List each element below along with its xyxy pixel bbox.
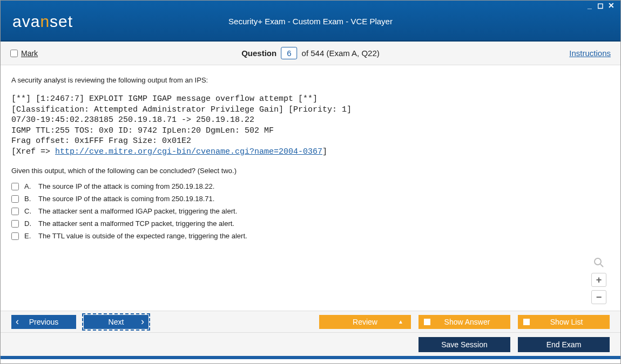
choice-text: The attacker sent a malformed TCP packet… [38,219,234,228]
show-list-checkbox[interactable] [523,319,530,325]
choice-letter: A. [24,182,33,190]
question-prompt-1: A security analyst is reviewing the foll… [11,76,610,84]
end-exam-button[interactable]: End Exam [518,337,610,352]
zoom-out-button[interactable]: − [591,290,606,304]
choice-a[interactable]: A. The source IP of the attack is coming… [11,182,610,190]
show-list-label: Show List [545,318,583,326]
choice-text: The attacker sent a malformed IGAP packe… [38,207,237,215]
question-of-text: of 544 (Exam A, Q22) [302,49,380,58]
choice-text: The source IP of the attack is coming fr… [38,195,214,203]
choice-letter: C. [24,207,33,215]
choice-letter: B. [24,195,33,203]
choice-d[interactable]: D. The attacker sent a malformed TCP pac… [11,219,610,228]
zoom-controls: + − [591,256,606,304]
instructions-link[interactable]: Instructions [569,49,611,58]
magnify-icon[interactable] [591,256,606,270]
choice-letter: D. [24,219,33,228]
show-list-button[interactable]: Show List [518,315,610,329]
ips-line-pre: [Xref => [11,147,55,156]
close-icon[interactable]: ✕ [606,2,616,9]
title-bar: avanset Security+ Exam - Custom Exam - V… [1,1,620,42]
question-info: Question 6 of 544 (Exam A, Q22) [241,47,380,59]
question-word: Question [241,49,276,58]
choice-letter: E. [24,232,33,240]
ips-line: [Classification: Attempted Administrator… [11,105,352,114]
choice-e[interactable]: E. The TTL value is outside of the expec… [11,232,610,240]
save-session-button[interactable]: Save Session [418,337,510,352]
mark-checkbox[interactable] [10,50,18,57]
question-content: A security analyst is reviewing the foll… [1,65,620,311]
svg-line-1 [600,264,603,267]
show-answer-checkbox[interactable] [424,319,430,325]
question-prompt-2: Given this output, which of the followin… [11,167,610,175]
logo-text-pre: ava [12,12,40,30]
window-controls: _ ◻ ✕ [585,2,616,9]
logo-text-mid: n [40,12,50,30]
cve-link[interactable]: http://cve.mitre.org/cgi-bin/cvename.cgi… [55,147,322,156]
choice-c[interactable]: C. The attacker sent a malformed IGAP pa… [11,207,610,215]
minimize-icon[interactable]: _ [585,2,595,9]
ips-output: [**] [1:2467:7] EXPLOIT IGMP IGAP messag… [11,94,610,157]
choice-b[interactable]: B. The source IP of the attack is coming… [11,195,610,203]
choice-checkbox[interactable] [11,220,19,228]
review-label: Review [353,318,377,326]
choice-checkbox[interactable] [11,208,19,215]
choice-checkbox[interactable] [11,183,19,190]
maximize-icon[interactable]: ◻ [596,2,605,9]
show-answer-button[interactable]: Show Answer [418,315,510,329]
answer-choices: A. The source IP of the attack is coming… [11,182,610,240]
ips-line: Frag offset: 0x1FFF Frag Size: 0x01E2 [11,136,191,146]
ips-line: 07/30-19:45:02.238185 250.19.18.71 -> 25… [11,115,254,125]
ips-line: [**] [1:2467:7] EXPLOIT IGMP IGAP messag… [11,94,318,104]
footer-accent [1,356,620,359]
choice-text: The source IP of the attack is coming fr… [38,182,214,190]
next-label: Next [109,318,124,326]
logo-text-post: set [50,12,73,30]
question-number-box[interactable]: 6 [281,47,297,59]
window-title: Security+ Exam - Custom Exam - VCE Playe… [1,1,620,26]
show-answer-label: Show Answer [439,318,490,326]
choice-checkbox[interactable] [11,232,19,240]
ips-line-post: ] [322,147,327,156]
next-button[interactable]: Next [84,315,148,329]
bottom-bar: Save Session End Exam [1,332,620,356]
nav-bar: Previous Next Review Show Answer Show Li… [1,311,620,332]
app-logo: avanset [12,12,73,31]
info-bar: Mark Question 6 of 544 (Exam A, Q22) Ins… [1,42,620,65]
ips-line: IGMP TTL:255 TOS: 0x0 ID: 9742 IpLen:20 … [11,126,274,135]
svg-point-0 [595,258,601,265]
choice-text: The TTL value is outside of the expected… [38,232,247,240]
previous-button[interactable]: Previous [11,315,76,329]
previous-label: Previous [29,318,58,326]
review-button[interactable]: Review [319,315,411,329]
zoom-in-button[interactable]: + [591,273,606,287]
choice-checkbox[interactable] [11,195,19,203]
mark-checkbox-wrap[interactable]: Mark [10,49,38,58]
mark-label[interactable]: Mark [21,49,38,58]
